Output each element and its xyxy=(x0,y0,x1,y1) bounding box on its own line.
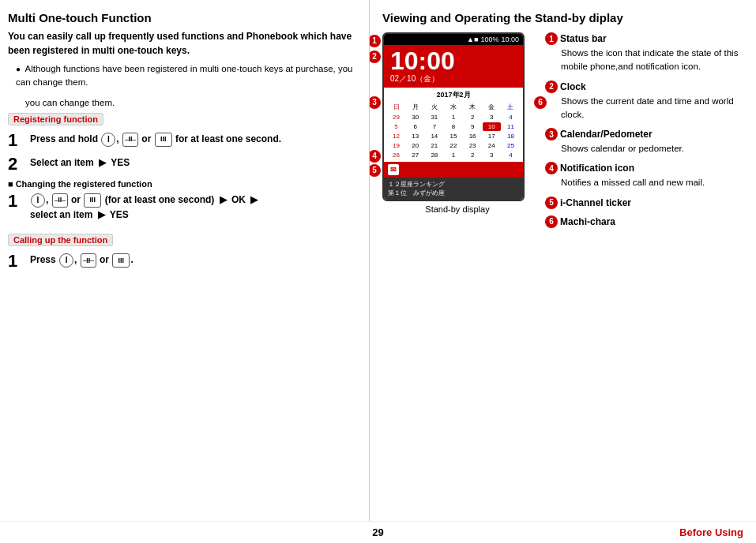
step-1-num: 1 xyxy=(8,132,25,149)
cal-cell: 16 xyxy=(464,132,482,140)
cal-cell: 13 xyxy=(406,132,424,140)
annotation-4-num: 4 xyxy=(545,162,558,174)
annotation-5-label: i-Channel ticker xyxy=(560,197,631,208)
marker-2: 2 xyxy=(370,50,381,63)
annotation-3-num: 3 xyxy=(545,128,558,140)
marker-1: 1 xyxy=(370,34,381,47)
annotation-1-num: 1 xyxy=(545,32,558,45)
annotation-4-desc: Notifies a missed call and new mail. xyxy=(561,176,743,189)
annotation-3-label: Calendar/Pedometer xyxy=(560,129,653,140)
annotation-2-label: Clock xyxy=(560,81,586,92)
step-2-num: 2 xyxy=(8,155,25,173)
marker-4: 4 xyxy=(370,149,381,163)
annotation-3-title: 3 Calendar/Pedometer xyxy=(545,128,743,140)
calling-step-1-num: 1 xyxy=(8,253,25,270)
key-ii-2-icon: II xyxy=(52,193,68,208)
cal-cell: 4 xyxy=(502,113,520,122)
annotation-4-label: Notification icon xyxy=(560,163,634,174)
key-i-3-icon: I xyxy=(59,253,73,268)
annotation-2-num: 2 xyxy=(545,81,558,93)
cal-cell: 22 xyxy=(444,141,462,150)
key-ii-icon: II xyxy=(122,133,138,147)
phone-cal-grid: 日 月 火 水 木 金 土 29 30 31 xyxy=(387,102,520,159)
step-1-text: Press and hold I, II or III for at least… xyxy=(30,132,356,147)
cal-cell: 31 xyxy=(425,113,443,122)
cal-cell: 6 xyxy=(406,122,424,131)
annotation-1-label: Status bar xyxy=(560,33,607,44)
before-using-text: Before Using xyxy=(679,526,743,538)
annotation-6-title: 6 Machi-chara xyxy=(545,215,743,228)
marker-5: 5 xyxy=(370,163,381,177)
annotation-list: 1 Status bar Shows the icon that indicat… xyxy=(545,32,743,234)
cal-cell: 12 xyxy=(387,132,405,140)
cal-cell: 15 xyxy=(444,132,462,140)
cal-cell: 1 xyxy=(444,151,462,159)
phone-caption: Stand-by display xyxy=(425,204,489,214)
cal-day-thu: 木 xyxy=(464,102,482,112)
left-panel: Multi One-touch Function You can easily … xyxy=(0,0,370,521)
right-panel: Viewing and Operating the Stand-by dipla… xyxy=(370,0,756,521)
cal-day-sun: 日 xyxy=(387,102,405,112)
cal-day-wed: 水 xyxy=(444,102,462,112)
page-number: 29 xyxy=(372,526,383,538)
cal-cell: 8 xyxy=(444,122,462,131)
cal-cell: 26 xyxy=(387,151,405,159)
annotation-1-title: 1 Status bar xyxy=(545,32,743,45)
registering-function-label: Registering function xyxy=(8,113,103,125)
marker-6: 6 xyxy=(534,95,547,109)
page-footer: 29 Before Using xyxy=(0,521,756,543)
phone-clock-big: 10:00 xyxy=(390,48,517,73)
calling-label: Calling up the function xyxy=(8,234,113,246)
key-iii-2-icon: III xyxy=(84,193,101,208)
cal-cell: 19 xyxy=(387,141,405,150)
phone-status-bar: ▲■ 100% 10:00 xyxy=(384,34,523,45)
step-2-row: 2 Select an item ▶ YES xyxy=(8,155,356,173)
calling-step-1-row: 1 Press I, II or III. xyxy=(8,253,356,270)
cal-cell: 3 xyxy=(483,151,501,159)
cal-cell: 11 xyxy=(502,122,520,131)
cal-cell: 25 xyxy=(502,141,520,150)
phone-calendar: 2017年2月 日 月 火 水 木 金 土 2 xyxy=(384,88,523,162)
time-text: 10:00 xyxy=(501,36,519,43)
cal-cell: 18 xyxy=(502,132,520,140)
cal-cell: 9 xyxy=(464,122,482,131)
phone-cal-header: 2017年2月 xyxy=(387,90,520,100)
cal-cell: 5 xyxy=(387,122,405,131)
left-title: Multi One-touch Function xyxy=(8,11,356,24)
annotation-calendar: 3 Calendar/Pedometer Shows calendar or p… xyxy=(545,128,743,155)
phone-screen-container: 1 2 3 4 5 xyxy=(382,32,532,201)
phone-clock-area: 10:00 02／10（金） xyxy=(384,45,523,88)
ticker-line-2: 第１位 みずがめ座 xyxy=(388,189,519,197)
phone-screen-wrapper: 1 2 3 4 5 xyxy=(382,32,532,214)
phone-ticker: １２星座ランキング 第１位 みずがめ座 xyxy=(384,178,523,200)
cal-day-fri: 金 xyxy=(483,102,501,112)
cal-cell: 24 xyxy=(483,141,501,150)
annotation-ichannel: 5 i-Channel ticker xyxy=(545,197,743,209)
annotation-2-desc: Shows the current date and time and worl… xyxy=(561,95,743,122)
cal-cell: 4 xyxy=(502,151,520,159)
footer-spacer2: Before Using xyxy=(384,526,743,538)
marker-3: 3 xyxy=(370,95,381,109)
cal-cell: 14 xyxy=(425,132,443,140)
cal-cell: 30 xyxy=(406,113,424,122)
annotation-4-title: 4 Notification icon xyxy=(545,162,743,174)
cal-cell: 29 xyxy=(387,113,405,122)
key-i-icon: I xyxy=(101,133,115,147)
cal-cell: 2 xyxy=(464,151,482,159)
phone-screen: ▲■ 100% 10:00 10:00 02／10（金） 2017年2月 xyxy=(382,32,525,201)
cal-cell: 27 xyxy=(406,151,424,159)
cal-cell: 23 xyxy=(464,141,482,150)
key-iii-3-icon: III xyxy=(112,253,130,268)
cal-cell: 7 xyxy=(425,122,443,131)
cal-cell: 28 xyxy=(425,151,443,159)
cal-cell: 17 xyxy=(483,132,501,140)
cal-cell: 21 xyxy=(425,141,443,150)
phone-notification-bar: ✉ xyxy=(384,162,523,178)
changing-step-1-text: I, II or III (for at least one second) ▶… xyxy=(30,193,356,223)
bullet-note: Although functions have been registered … xyxy=(16,62,356,90)
cal-cell: 20 xyxy=(406,141,424,150)
cal-day-mon: 月 xyxy=(406,102,424,112)
annotation-clock: 2 Clock Shows the current date and time … xyxy=(545,81,743,122)
cal-cell-today: 10 xyxy=(483,122,501,131)
intro-text: You can easily call up frequently used f… xyxy=(8,29,356,58)
